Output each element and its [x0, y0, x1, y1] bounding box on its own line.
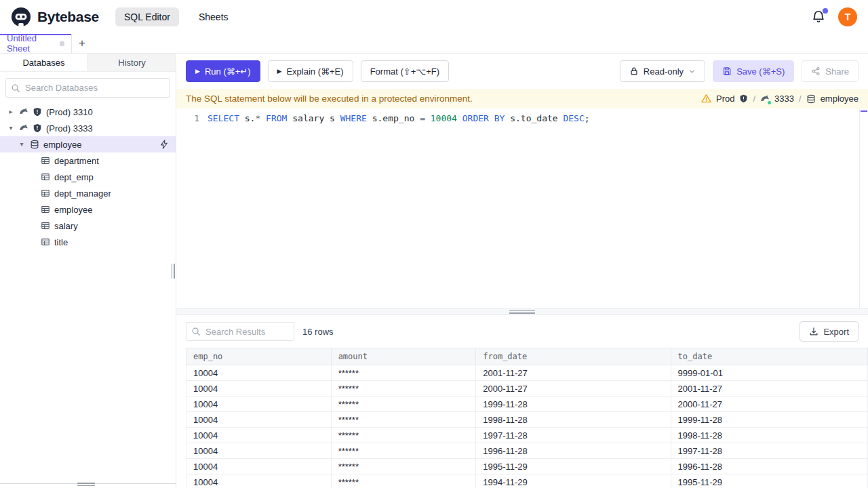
nav-sheets[interactable]: Sheets: [190, 7, 237, 26]
tree-item-dept-emp[interactable]: dept_emp: [0, 169, 176, 185]
table-cell[interactable]: 10004: [186, 365, 332, 381]
add-sheet-button[interactable]: +: [72, 34, 92, 53]
sheet-tab-untitled[interactable]: Untitled Sheet: [0, 34, 72, 53]
tree-item-employee[interactable]: employee: [0, 201, 176, 218]
table-row[interactable]: 10004******2000-11-272001-11-27: [186, 381, 868, 396]
table-cell[interactable]: 1995-11-29: [476, 459, 671, 474]
explain-button[interactable]: ▶ Explain (⌘+E): [268, 60, 353, 82]
table-cell[interactable]: 10004: [186, 474, 332, 488]
tree-item-prod-3310[interactable]: ▸(Prod) 3310: [0, 104, 176, 120]
table-cell[interactable]: ******: [331, 365, 476, 381]
table-row[interactable]: 10004******1998-11-281999-11-28: [186, 412, 868, 428]
code-line: 1 SELECT s.* FROM salary s WHERE s.emp_n…: [176, 112, 868, 125]
breadcrumb-database[interactable]: employee: [821, 94, 859, 104]
column-header-from_date[interactable]: from_date: [476, 348, 671, 365]
table-cell[interactable]: 1998-11-28: [476, 412, 671, 428]
table-cell[interactable]: ******: [331, 474, 476, 488]
table-cell[interactable]: ******: [331, 443, 476, 459]
table-cell[interactable]: 1996-11-28: [671, 459, 867, 474]
tree-item-dept-manager[interactable]: dept_manager: [0, 185, 176, 201]
sql-editor[interactable]: 1 SELECT s.* FROM salary s WHERE s.emp_n…: [176, 108, 868, 308]
tab-databases[interactable]: Databases: [0, 54, 88, 71]
table-cell[interactable]: 1998-11-28: [671, 428, 867, 443]
column-header-amount[interactable]: amount: [331, 348, 476, 365]
table-row[interactable]: 10004******1994-11-291995-11-29: [186, 474, 868, 488]
mysql-icon: [19, 107, 28, 117]
table-row[interactable]: 10004******1999-11-282000-11-27: [186, 396, 868, 412]
tree-item-employee[interactable]: ▾employee: [0, 136, 176, 152]
bytebase-brand[interactable]: Bytebase: [11, 7, 99, 27]
table-cell[interactable]: ******: [331, 412, 476, 428]
editor-scrollbar[interactable]: [859, 108, 868, 308]
table-cell[interactable]: 1997-11-28: [671, 443, 867, 459]
table-icon: [41, 172, 50, 182]
scrollbar-ruler-mark: [861, 110, 867, 112]
table-cell[interactable]: 1994-11-29: [476, 474, 671, 488]
table-row[interactable]: 10004******1996-11-281997-11-28: [186, 443, 868, 459]
mysql-icon: [760, 94, 770, 104]
chevron-down-icon: [688, 68, 696, 75]
results-search: [186, 322, 294, 341]
database-search-input[interactable]: [5, 78, 170, 98]
table-cell[interactable]: 1995-11-29: [671, 474, 867, 488]
nav-sql-editor[interactable]: SQL Editor: [115, 7, 179, 26]
table-cell[interactable]: ******: [331, 428, 476, 443]
table-cell[interactable]: 9999-01-01: [671, 365, 867, 381]
table-cell[interactable]: 10004: [186, 412, 332, 428]
sidebar-bottom-resize-handle[interactable]: [77, 482, 95, 487]
column-header-to_date[interactable]: to_date: [671, 348, 867, 365]
share-button[interactable]: Share: [802, 60, 859, 82]
table-cell[interactable]: 1999-11-28: [671, 412, 867, 428]
tree-item-prod-3333[interactable]: ▾(Prod) 3333: [0, 120, 176, 136]
content-area: Databases History ▸(Prod) 3310▾(Prod) 33…: [0, 54, 868, 488]
table-cell[interactable]: 2001-11-27: [476, 365, 671, 381]
readonly-mode-button[interactable]: Read-only: [620, 60, 705, 82]
format-button[interactable]: Format (⇧+⌥+F): [361, 60, 449, 82]
table-cell[interactable]: 10004: [186, 459, 332, 474]
column-header-emp_no[interactable]: emp_no: [186, 348, 332, 365]
results-search-input[interactable]: [186, 322, 294, 341]
table-row[interactable]: 10004******2001-11-279999-01-01: [186, 365, 868, 381]
chevron-expanded-icon[interactable]: ▾: [7, 125, 15, 131]
tree-item-title[interactable]: title: [0, 234, 176, 250]
table-cell[interactable]: 2000-11-27: [476, 381, 671, 396]
table-cell[interactable]: ******: [331, 459, 476, 474]
search-icon: [11, 83, 20, 93]
tree-item-label: department: [54, 156, 99, 166]
notifications-bell-icon[interactable]: [811, 9, 826, 24]
results-panel-splitter[interactable]: [176, 308, 868, 315]
breadcrumb-instance[interactable]: 3333: [774, 94, 794, 104]
chevron-collapsed-icon[interactable]: ▸: [7, 108, 15, 115]
tree-item-salary[interactable]: salary: [0, 218, 176, 234]
table-cell[interactable]: ******: [331, 381, 476, 396]
tree-item-label: dept_manager: [54, 188, 111, 199]
run-button[interactable]: ▶ Run (⌘+↵): [186, 60, 260, 82]
table-cell[interactable]: 10004: [186, 443, 332, 459]
table-row[interactable]: 10004******1995-11-291996-11-28: [186, 459, 868, 474]
export-button-label: Export: [823, 327, 849, 337]
shield-icon: [33, 123, 42, 133]
export-button[interactable]: Export: [800, 321, 859, 342]
table-row[interactable]: 10004******1997-11-281998-11-28: [186, 428, 868, 443]
table-cell[interactable]: 1999-11-28: [476, 396, 671, 412]
warning-triangle-icon: [701, 94, 711, 104]
sidebar-resize-handle[interactable]: [170, 262, 176, 280]
table-cell[interactable]: 10004: [186, 396, 332, 412]
toolbar-right: Read-only Save (⌘+S) Share: [620, 60, 859, 82]
breadcrumb-environment[interactable]: Prod: [716, 94, 734, 104]
table-cell[interactable]: ******: [331, 396, 476, 412]
save-button[interactable]: Save (⌘+S): [713, 60, 794, 82]
tree-item-department[interactable]: department: [0, 152, 176, 169]
bolt-icon[interactable]: [159, 140, 169, 149]
chevron-expanded-icon[interactable]: ▾: [18, 141, 26, 148]
table-cell[interactable]: 1996-11-28: [476, 443, 671, 459]
avatar[interactable]: T: [838, 7, 857, 26]
table-cell[interactable]: 10004: [186, 381, 332, 396]
table-cell[interactable]: 2001-11-27: [671, 381, 867, 396]
table-cell[interactable]: 2000-11-27: [671, 396, 867, 412]
save-icon: [722, 66, 732, 76]
tab-history[interactable]: History: [88, 54, 176, 71]
table-cell[interactable]: 1997-11-28: [476, 428, 671, 443]
top-header: Bytebase SQL Editor Sheets T: [0, 0, 868, 34]
table-cell[interactable]: 10004: [186, 428, 332, 443]
